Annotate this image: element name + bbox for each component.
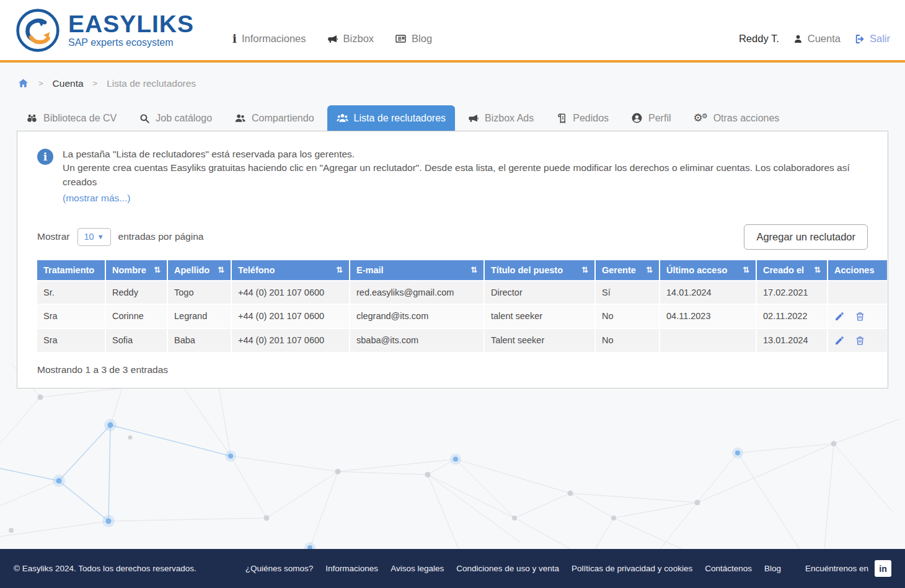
column-header-creado-el[interactable]: Creado el⇅ <box>757 260 828 280</box>
table-cell: 14.01.2024 <box>660 280 757 304</box>
footer-link-condiciones-de-uso-y-venta[interactable]: Condiciones de uso y venta <box>456 564 559 573</box>
linkedin-icon[interactable]: in <box>875 560 891 577</box>
social-area: Encuéntrenos en in <box>805 560 891 577</box>
column-header-content: Apellido⇅ <box>174 265 224 275</box>
column-header-nombre[interactable]: Nombre⇅ <box>106 260 168 280</box>
tab-bizbox-ads[interactable]: Bizbox Ads <box>459 106 543 131</box>
account-link[interactable]: Cuenta <box>793 33 841 45</box>
edit-button[interactable] <box>834 335 845 346</box>
table-body: Sr.ReddyTogo+44 (0) 201 107 0600red.easy… <box>37 280 887 352</box>
table-cell: Togo <box>168 280 232 304</box>
breadcrumb-item-cuenta[interactable]: Cuenta <box>53 78 84 89</box>
column-label: Título del puesto <box>491 265 563 275</box>
sort-icon: ⇅ <box>646 265 653 274</box>
table-cell: 13.01.2024 <box>757 328 828 352</box>
sort-icon: ⇅ <box>814 265 821 274</box>
info-line-1: La pestaña "Lista de reclutadores" está … <box>63 147 868 161</box>
table-summary: Mostrando 1 a 3 de 3 entradas <box>37 364 868 375</box>
add-recruiter-button[interactable]: Agregar un reclutador <box>744 224 868 250</box>
footer-link-informaciones[interactable]: Informaciones <box>325 564 378 573</box>
nav-item-blog[interactable]: Blog <box>395 33 432 45</box>
column-label: Acciones <box>834 265 874 275</box>
delete-button[interactable] <box>855 335 865 346</box>
actions-group <box>834 311 881 322</box>
breadcrumb: > Cuenta > Lista de reclutadores <box>0 63 905 102</box>
table-header-row: TratamientoNombre⇅Apellido⇅Teléfono⇅E-ma… <box>37 260 887 280</box>
tab-pedidos[interactable]: Pedidos <box>547 106 618 131</box>
logout-link[interactable]: Salir <box>854 33 890 45</box>
table-cell: clegrand@its.com <box>350 304 485 328</box>
edit-button[interactable] <box>834 311 845 322</box>
footer-link-cont-ctenos[interactable]: Contáctenos <box>705 564 752 573</box>
table-row: SraCorinneLegrand+44 (0) 201 107 0600cle… <box>37 304 887 328</box>
column-header-content: Acciones <box>834 265 881 275</box>
copyright-text: © Easyliks 2024. Todos los derechos rese… <box>14 564 196 573</box>
info-icon: i <box>232 33 237 45</box>
info-text: La pestaña "Lista de reclutadores" está … <box>63 147 868 206</box>
table-cell: 02.11.2022 <box>757 304 828 328</box>
column-label: E-mail <box>356 265 384 275</box>
logo-title: EASYLIKS <box>68 12 194 36</box>
nav-item-bizbox[interactable]: Bizbox <box>327 33 374 45</box>
column-header-gerente[interactable]: Gerente⇅ <box>596 260 660 280</box>
column-header-e-mail[interactable]: E-mail⇅ <box>350 260 485 280</box>
column-header-content: Teléfono⇅ <box>238 265 343 275</box>
tab-job-catalogo[interactable]: Job catálogo <box>130 106 221 131</box>
receipt-icon <box>556 113 567 124</box>
footer-link--qui-nes-somos-[interactable]: ¿Quiénes somos? <box>245 564 314 573</box>
footer-link-avisos-legales[interactable]: Avisos legales <box>391 564 444 573</box>
sign-out-icon <box>854 33 865 45</box>
column-header-content: Gerente⇅ <box>602 265 653 275</box>
footer-link-blog[interactable]: Blog <box>764 564 781 573</box>
recruiters-table: TratamientoNombre⇅Apellido⇅Teléfono⇅E-ma… <box>37 260 887 352</box>
table-cell: sbaba@its.com <box>350 328 485 352</box>
sort-icon: ⇅ <box>218 265 224 274</box>
account-label: Cuenta <box>808 33 841 45</box>
column-header-content: Tratamiento <box>43 265 99 275</box>
column-header--ltimo-acceso[interactable]: Último acceso⇅ <box>660 260 757 280</box>
column-header-content: E-mail⇅ <box>356 265 477 275</box>
actions-cell <box>828 328 887 352</box>
actions-group <box>834 335 881 346</box>
column-header-tel-fono[interactable]: Teléfono⇅ <box>232 260 350 280</box>
table-cell: +44 (0) 201 107 0600 <box>232 280 350 304</box>
tab-otras-acciones[interactable]: ⚙⚙Otras acciones <box>684 106 789 131</box>
tab-label: Pedidos <box>573 113 609 124</box>
tab-label: Otras acciones <box>713 113 780 124</box>
sort-icon: ⇅ <box>743 265 749 274</box>
tab-lista-de-reclutadores[interactable]: Lista de reclutadores <box>327 105 456 131</box>
users-group-icon <box>337 112 348 124</box>
home-icon[interactable] <box>17 77 29 89</box>
binoculars-icon <box>26 112 38 124</box>
table-cell: Sofia <box>106 328 168 352</box>
page-size-dropdown[interactable]: 10 ▼ <box>77 228 111 246</box>
person-icon <box>793 33 803 44</box>
column-header-acciones: Acciones <box>828 260 887 280</box>
column-label: Creado el <box>763 265 804 275</box>
column-header-content: Título del puesto⇅ <box>491 265 588 275</box>
column-header-content: Creado el⇅ <box>763 265 821 275</box>
table-row: SraSofiaBaba+44 (0) 201 107 0600sbaba@it… <box>37 328 887 352</box>
column-header-apellido[interactable]: Apellido⇅ <box>168 260 232 280</box>
show-more-link[interactable]: (mostrar más...) <box>63 191 130 205</box>
column-header-t-tulo-del-puesto[interactable]: Título del puesto⇅ <box>485 260 596 280</box>
table-cell: Reddy <box>106 280 168 304</box>
table-cell: +44 (0) 201 107 0600 <box>232 328 350 352</box>
tab-perfil[interactable]: Perfil <box>622 105 680 131</box>
logo[interactable]: EASYLIKS SAP experts ecosystem <box>15 7 194 53</box>
column-label: Último acceso <box>666 265 727 275</box>
entries-per-page-label: entradas por página <box>118 231 204 242</box>
tab-label: Lista de reclutadores <box>354 113 446 124</box>
table-cell: Sra <box>37 328 106 352</box>
table-cell <box>660 328 757 352</box>
tab-biblioteca-de-cv[interactable]: Biblioteca de CV <box>17 105 126 131</box>
search-icon <box>139 113 150 124</box>
header: EASYLIKS SAP experts ecosystem iInformac… <box>0 0 905 63</box>
sort-icon: ⇅ <box>336 265 343 274</box>
delete-button[interactable] <box>855 311 865 322</box>
table-cell: Talent seeker <box>485 328 596 352</box>
tab-compartiendo[interactable]: Compartiendo <box>225 105 324 131</box>
nav-item-informaciones[interactable]: iInformaciones <box>232 33 306 45</box>
footer-link-pol-ticas-de-privacidad-y-cookies[interactable]: Políticas de privacidad y cookies <box>572 564 692 573</box>
sort-icon: ⇅ <box>581 265 588 274</box>
